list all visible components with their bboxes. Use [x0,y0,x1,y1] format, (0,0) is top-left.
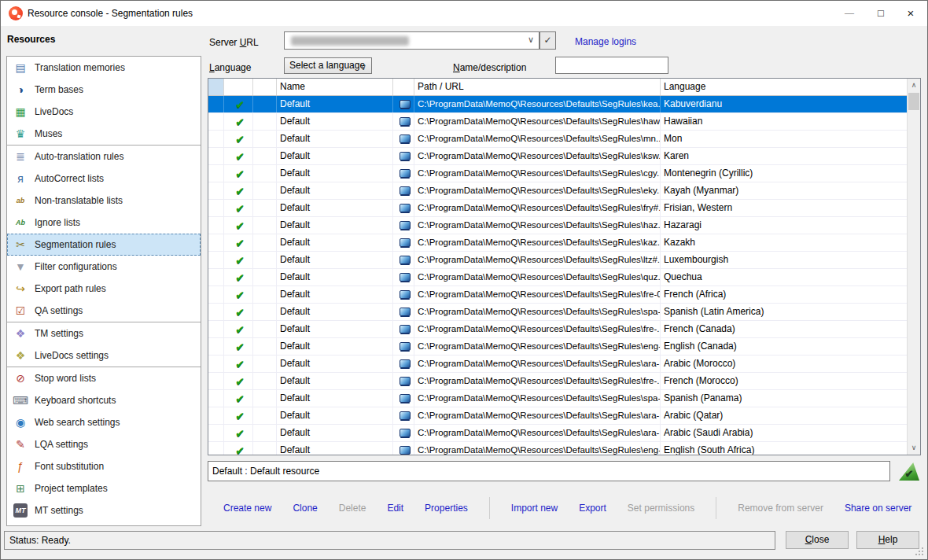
export-button[interactable]: Export [579,503,606,514]
column-header-location-icon[interactable] [393,79,414,95]
sidebar-item-filter-configurations[interactable]: ▼Filter configurations [7,256,201,278]
enabled-check-icon: ✔ [235,149,245,164]
column-header-enabled[interactable] [224,79,253,95]
table-row[interactable]: ✔DefaultC:\ProgramData\MemoQ\Resources\D… [208,96,907,113]
table-row[interactable]: ✔DefaultC:\ProgramData\MemoQ\Resources\D… [208,425,907,442]
table-row[interactable]: ✔DefaultC:\ProgramData\MemoQ\Resources\D… [208,321,907,338]
table-row[interactable]: ✔DefaultC:\ProgramData\MemoQ\Resources\D… [208,338,907,356]
table-row[interactable]: ✔DefaultC:\ProgramData\MemoQ\Resources\D… [208,407,907,425]
sidebar-item-non-translatable-lists[interactable]: abNon-translatable lists [7,190,201,212]
table-row[interactable]: ✔DefaultC:\ProgramData\MemoQ\Resources\D… [208,286,907,304]
enabled-check-icon: ✔ [235,114,245,130]
resource-path: C:\ProgramData\MemoQ\Resources\Defaults\… [414,148,661,164]
column-header-language[interactable]: Language [661,79,907,95]
location-cell [393,96,414,112]
import-new-button[interactable]: Import new [511,503,558,514]
resource-language: English (South Africa) [661,442,907,455]
table-row[interactable]: ✔DefaultC:\ProgramData\MemoQ\Resources\D… [208,356,907,373]
maximize-icon: □ [878,7,884,19]
share-on-server-button[interactable]: Share on server [845,503,911,514]
sidebar-item-ignore-lists[interactable]: AbIgnore lists [7,212,201,234]
sidebar-item-livedocs[interactable]: ▦LiveDocs [7,101,201,123]
manage-logins-link[interactable]: Manage logins [575,36,636,47]
table-row[interactable]: ✔DefaultC:\ProgramData\MemoQ\Resources\D… [208,269,907,286]
table-row[interactable]: ✔DefaultC:\ProgramData\MemoQ\Resources\D… [208,442,907,455]
sidebar-item-segmentation-rules[interactable]: ✂Segmentation rules [7,234,201,256]
table-row[interactable]: ✔DefaultC:\ProgramData\MemoQ\Resources\D… [208,252,907,269]
server-url-combobox[interactable]: ∨ [284,31,539,50]
font-substitution-icon: ƒ [13,459,28,473]
resource-path: C:\ProgramData\MemoQ\Resources\Defaults\… [414,286,661,303]
location-cell [393,252,414,268]
create-new-button[interactable]: Create new [223,503,271,514]
column-header-indicator[interactable] [208,79,224,95]
status-bar: Status: Ready. [4,531,775,550]
sidebar-item-qa-settings[interactable]: ☑QA settings [7,300,201,322]
computer-icon [400,186,411,195]
help-button[interactable]: Help [856,531,919,549]
column-header-name[interactable]: Name [277,79,393,95]
table-row[interactable]: ✔DefaultC:\ProgramData\MemoQ\Resources\D… [208,113,907,131]
enabled-check-icon: ✔ [235,426,245,441]
edit-button[interactable]: Edit [387,503,403,514]
sidebar-item-stop-word-lists[interactable]: ⊘Stop word lists [7,367,201,389]
scroll-up-button[interactable]: ∧ [908,79,920,92]
row-indicator-cell [208,113,224,130]
sidebar-item-keyboard-shortcuts[interactable]: ⌨Keyboard shortcuts [7,389,201,411]
close-window-button[interactable]: × [897,1,924,26]
language-select[interactable]: Select a language ∨ [284,57,372,74]
resource-name: Default [277,96,393,112]
table-row[interactable]: ✔DefaultC:\ProgramData\MemoQ\Resources\D… [208,304,907,321]
properties-button[interactable]: Properties [425,503,468,514]
table-scrollbar[interactable]: ∧ ∨ [907,79,920,455]
sidebar-item-tm-settings[interactable]: ❖TM settings [7,322,201,344]
resource-name: Default [277,286,393,303]
close-button[interactable]: Close [786,531,849,549]
name-description-input[interactable] [555,57,668,74]
table-row[interactable]: ✔DefaultC:\ProgramData\MemoQ\Resources\D… [208,390,907,407]
server-url-redacted-value [291,36,409,46]
sidebar-item-label: QA settings [35,305,83,316]
sidebar-item-translation-memories[interactable]: ▤Translation memories [7,57,201,79]
enabled-check-icon: ✔ [235,339,245,355]
resource-language: Mon [661,131,907,147]
column-header-path[interactable]: Path / URL [414,79,661,95]
resource-name: Default [277,304,393,320]
sidebar-item-livedocs-settings[interactable]: ❖LiveDocs settings [7,344,201,367]
location-cell [393,131,414,147]
column-header-spacer[interactable] [253,79,277,95]
scrollbar-thumb[interactable] [908,93,919,110]
scroll-down-button[interactable]: ∨ [908,441,920,455]
sidebar-item-web-search-settings[interactable]: ◉Web search settings [7,411,201,433]
minimize-button[interactable]: — [836,1,863,26]
table-row[interactable]: ✔DefaultC:\ProgramData\MemoQ\Resources\D… [208,165,907,182]
sidebar-item-export-path-rules[interactable]: ↪Export path rules [7,278,201,300]
connect-server-button[interactable]: ✓ [539,31,556,50]
table-row[interactable]: ✔DefaultC:\ProgramData\MemoQ\Resources\D… [208,200,907,217]
sidebar-item-label: LQA settings [35,439,88,450]
table-row[interactable]: ✔DefaultC:\ProgramData\MemoQ\Resources\D… [208,131,907,148]
enabled-check-icon: ✔ [235,201,245,216]
table-row[interactable]: ✔DefaultC:\ProgramData\MemoQ\Resources\D… [208,148,907,165]
sidebar-item-term-bases[interactable]: ◑Term bases [7,79,201,101]
sidebar-item-project-templates[interactable]: ⊞Project templates [7,477,201,499]
table-row[interactable]: ✔DefaultC:\ProgramData\MemoQ\Resources\D… [208,373,907,390]
sidebar-item-mt-settings[interactable]: MTMT settings [7,499,201,521]
table-row[interactable]: ✔DefaultC:\ProgramData\MemoQ\Resources\D… [208,217,907,234]
table-row[interactable]: ✔DefaultC:\ProgramData\MemoQ\Resources\D… [208,234,907,252]
spacer-cell [253,113,277,130]
enabled-check-icon: ✔ [235,131,245,147]
scrollbar-track[interactable] [908,92,920,441]
table-row[interactable]: ✔DefaultC:\ProgramData\MemoQ\Resources\D… [208,182,907,200]
resource-description-field[interactable]: Default : Default resource [208,461,890,481]
sidebar-item-lqa-settings[interactable]: ✎LQA settings [7,433,201,455]
sidebar-item-auto-translation-rules[interactable]: ≣Auto-translation rules [7,146,201,168]
language-select-value: Select a language [289,60,365,71]
resize-grip[interactable] [922,554,923,555]
maximize-button[interactable]: □ [867,1,894,26]
resource-path: C:\ProgramData\MemoQ\Resources\Defaults\… [414,96,661,112]
sidebar-item-autocorrect-lists[interactable]: яAutoCorrect lists [7,168,201,190]
sidebar-item-muses[interactable]: ♛Muses [7,123,201,145]
clone-button[interactable]: Clone [293,503,317,514]
sidebar-item-font-substitution[interactable]: ƒFont substitution [7,455,201,477]
